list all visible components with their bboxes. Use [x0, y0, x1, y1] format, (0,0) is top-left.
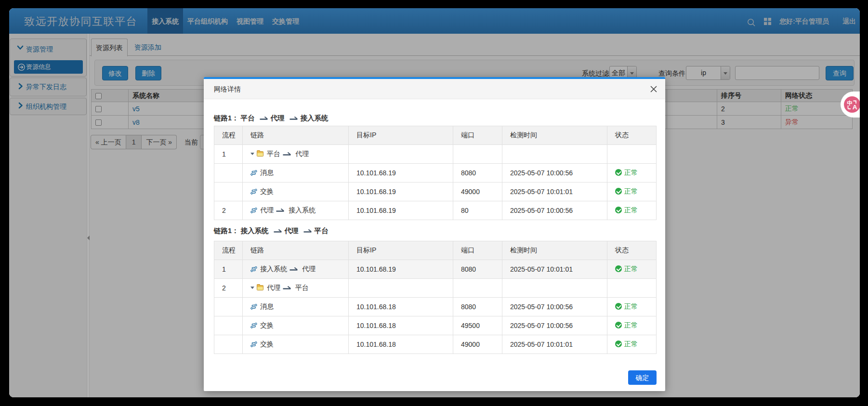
svg-text:中: 中: [847, 100, 853, 106]
svg-text:A: A: [853, 104, 857, 111]
